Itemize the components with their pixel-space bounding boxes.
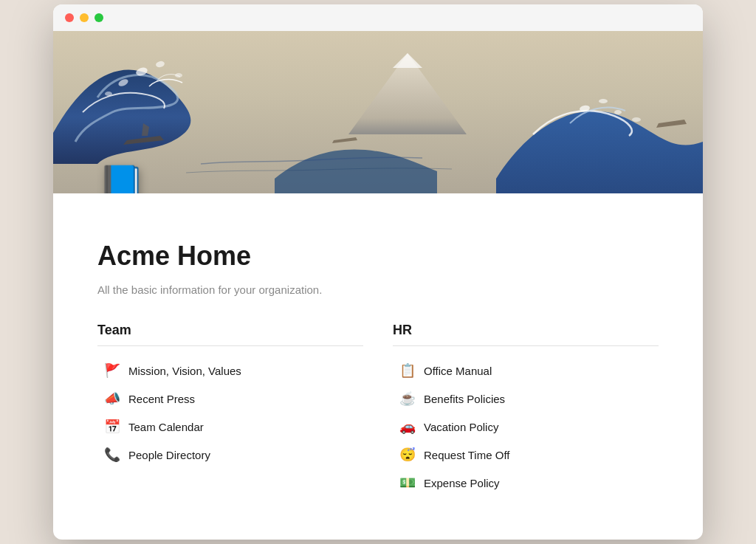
expense-icon: 💵 [399, 475, 416, 491]
list-item[interactable]: 🚗 Vacation Policy [393, 414, 659, 439]
list-item[interactable]: 😴 Request Time Off [393, 442, 659, 467]
calendar-link: Team Calendar [128, 421, 204, 433]
list-item[interactable]: ☕ Benefits Policies [393, 386, 659, 411]
hr-column: HR 📋 Office Manual ☕ Benefits Policies 🚗… [393, 323, 659, 495]
manual-icon: 📋 [399, 362, 416, 379]
mission-link: Mission, Vision, Values [128, 365, 241, 377]
svg-point-7 [105, 92, 112, 96]
maximize-button[interactable] [94, 13, 103, 22]
title-bar [53, 4, 703, 31]
timeoff-icon: 😴 [399, 447, 416, 463]
press-icon: 📣 [103, 390, 121, 407]
minimize-button[interactable] [80, 13, 89, 22]
vacation-link: Vacation Policy [424, 421, 498, 433]
calendar-icon: 📅 [103, 419, 121, 435]
directory-link: People Directory [128, 449, 210, 461]
list-item[interactable]: 📅 Team Calendar [97, 414, 363, 439]
vacation-icon: 🚗 [399, 419, 416, 435]
expense-link: Expense Policy [424, 477, 500, 489]
team-column: Team 🚩 Mission, Vision, Values 📣 Recent … [97, 323, 363, 495]
hr-header: HR [393, 323, 659, 346]
timeoff-link: Request Time Off [424, 449, 509, 461]
svg-point-10 [614, 110, 622, 114]
page-description: All the basic information for your organ… [97, 283, 659, 296]
list-item[interactable]: 🚩 Mission, Vision, Values [97, 358, 363, 383]
svg-point-9 [599, 99, 608, 103]
main-content: Acme Home All the basic information for … [53, 193, 703, 540]
hero-banner: 📘 [53, 31, 703, 193]
directory-icon: 📞 [103, 447, 121, 463]
page-icon: 📘 [97, 163, 145, 193]
team-link-list: 🚩 Mission, Vision, Values 📣 Recent Press… [97, 358, 363, 467]
close-button[interactable] [65, 13, 74, 22]
hr-link-list: 📋 Office Manual ☕ Benefits Policies 🚗 Va… [393, 358, 659, 495]
content-columns: Team 🚩 Mission, Vision, Values 📣 Recent … [97, 323, 659, 495]
list-item[interactable]: 📞 People Directory [97, 442, 363, 467]
manual-link: Office Manual [424, 365, 492, 377]
list-item[interactable]: 💵 Expense Policy [393, 470, 659, 495]
benefits-icon: ☕ [399, 390, 416, 407]
list-item[interactable]: 📋 Office Manual [393, 358, 659, 383]
press-link: Recent Press [128, 393, 195, 405]
mission-icon: 🚩 [103, 362, 121, 379]
list-item[interactable]: 📣 Recent Press [97, 386, 363, 411]
svg-point-11 [632, 117, 641, 122]
team-header: Team [97, 323, 363, 346]
benefits-link: Benefits Policies [424, 393, 505, 405]
page-title: Acme Home [97, 241, 659, 272]
app-window: 📘 Acme Home All the basic information fo… [53, 4, 703, 540]
